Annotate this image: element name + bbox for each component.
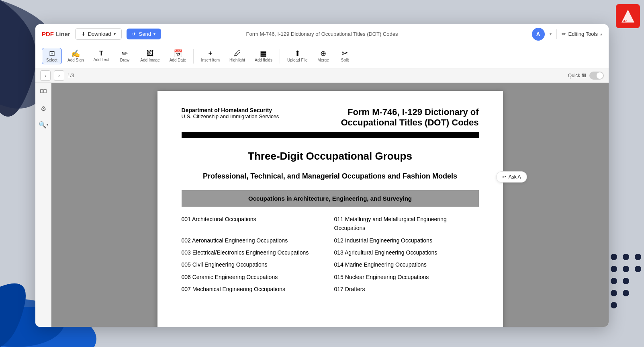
svg-point-11 — [623, 290, 629, 296]
add-sign-label: Add Sign — [67, 58, 84, 62]
form-title: Form M-746, I-129 Dictionary of Occupati… — [310, 107, 479, 128]
select-tool[interactable]: ⊡ Select — [42, 48, 62, 64]
occ-item-002: 002 Aeronautical Engineering Occupations — [182, 236, 326, 245]
upload-file-tool[interactable]: ⬆ Upload File — [283, 48, 312, 64]
pdf-page: Department of Homeland Security U.S. Cit… — [157, 91, 503, 327]
highlight-tool[interactable]: 🖊 Highlight — [225, 48, 249, 64]
dept-name: Department of Homeland Security — [182, 107, 279, 113]
split-icon: ✂ — [342, 50, 348, 57]
send-button[interactable]: ✈ Send ▾ — [127, 29, 161, 39]
add-date-icon: 📅 — [174, 50, 182, 57]
toolbar-divider-1 — [193, 49, 194, 64]
occ-item-014: 014 Marine Engineering Occupations — [334, 260, 479, 269]
occ-item-015: 015 Nuclear Engineering Occupations — [334, 273, 479, 281]
nav-forward-button[interactable]: › — [54, 70, 64, 81]
department-info: Department of Homeland Security U.S. Cit… — [182, 107, 279, 119]
download-chevron-icon: ▾ — [114, 32, 116, 36]
draw-tool[interactable]: ✏ Draw — [114, 48, 135, 64]
upload-file-icon: ⬆ — [294, 50, 301, 57]
split-label: Split — [341, 58, 349, 62]
add-image-label: Add Image — [140, 58, 159, 62]
occ-item-006: 006 Ceramic Engineering Occupations — [182, 273, 326, 281]
page-indicator: 1/3 — [67, 73, 74, 78]
right-decoration — [608, 249, 644, 315]
toolbar-divider-2 — [280, 49, 280, 64]
title-bar: PDFLiner ⬇ Download ▾ ✈ Send ▾ Form M-74… — [35, 24, 609, 44]
add-text-icon: T — [99, 50, 103, 57]
quick-fill-area: Quick fill — [568, 72, 604, 80]
add-text-tool[interactable]: T Add Text — [90, 49, 113, 64]
svg-point-8 — [611, 278, 617, 284]
select-icon: ⊡ — [49, 50, 55, 57]
merge-tool[interactable]: ⊕ Merge — [313, 48, 333, 64]
svg-point-9 — [623, 278, 629, 284]
dept-sub: U.S. Citizenship and Immigration Service… — [182, 113, 279, 119]
svg-rect-15 — [41, 90, 43, 93]
main-toolbar: ⊡ Select ✍ Add Sign T Add Text ✏ Draw 🖼 … — [35, 44, 609, 68]
svg-point-7 — [635, 266, 641, 272]
title-bar-right: A ▾ ✏ Editing Tools ▴ — [532, 28, 602, 41]
document-subtitle: Professional, Technical, and Managerial … — [182, 172, 479, 181]
secondary-nav-bar: ‹ › 1/3 Quick fill — [35, 68, 609, 83]
adobe-icon: Ac — [616, 4, 640, 28]
sidebar-thumbnail-icon[interactable] — [37, 86, 50, 99]
ask-label: Ask A — [509, 174, 521, 180]
occ-item-005: 005 Civil Engineering Occupations — [182, 260, 326, 269]
insert-item-tool[interactable]: + Insert item — [197, 48, 224, 64]
add-text-label: Add Text — [94, 57, 109, 62]
section-header: Occupations in Architecture, Engineering… — [182, 190, 479, 207]
download-label: Download — [88, 31, 111, 37]
svg-point-5 — [611, 266, 617, 272]
split-tool[interactable]: ✂ Split — [335, 48, 355, 64]
avatar-label: A — [536, 31, 540, 37]
occ-item-017: 017 Drafters — [334, 285, 479, 294]
download-button[interactable]: ⬇ Download ▾ — [75, 28, 122, 40]
svg-point-4 — [635, 254, 641, 260]
add-image-tool[interactable]: 🖼 Add Image — [136, 48, 164, 64]
svg-point-6 — [623, 266, 629, 272]
insert-item-icon: + — [208, 50, 213, 57]
svg-point-3 — [623, 254, 629, 260]
user-avatar[interactable]: A — [532, 28, 545, 41]
send-icon: ✈ — [132, 31, 137, 37]
occ-item-007: 007 Mechanical Engineering Occupations — [182, 285, 326, 294]
add-date-label: Add Date — [170, 58, 186, 62]
highlight-icon: 🖊 — [234, 50, 241, 57]
nav-back-button[interactable]: ‹ — [40, 70, 51, 81]
add-fields-tool[interactable]: ▦ Add fields — [251, 48, 276, 64]
content-area: ⚙ 🔍 ▾ Department of Homeland Security U.… — [35, 83, 609, 327]
logo-liner-part: Liner — [55, 31, 70, 37]
logo-pdf-part: PDF — [42, 31, 54, 37]
select-label: Select — [46, 58, 57, 62]
add-sign-tool[interactable]: ✍ Add Sign — [63, 48, 88, 64]
editing-tools-button[interactable]: ✏ Editing Tools ▴ — [562, 31, 602, 37]
occupations-grid: 001 Architectural Occupations 011 Metall… — [182, 215, 479, 294]
ask-icon: ↩ — [502, 174, 506, 180]
sidebar-settings-icon[interactable]: ⚙ — [37, 102, 50, 115]
download-icon: ⬇ — [81, 31, 86, 37]
ask-button[interactable]: ↩ Ask A — [496, 171, 527, 183]
editing-tools-icon: ✏ — [562, 31, 566, 37]
app-logo: PDFLiner — [42, 31, 70, 37]
document-title: Form M-746, I-129 Dictionary of Occupati… — [246, 31, 398, 37]
occ-item-012: 012 Industrial Engineering Occupations — [334, 236, 479, 245]
add-date-tool[interactable]: 📅 Add Date — [166, 48, 190, 64]
quick-fill-label: Quick fill — [568, 73, 586, 78]
sidebar-search-icon[interactable]: 🔍 ▾ — [37, 118, 50, 131]
editing-tools-label: Editing Tools — [568, 31, 598, 37]
insert-item-label: Insert item — [201, 58, 220, 62]
svg-point-2 — [611, 254, 617, 260]
add-fields-label: Add fields — [255, 58, 272, 62]
add-fields-icon: ▦ — [260, 50, 267, 57]
svg-point-12 — [611, 302, 617, 308]
quick-fill-toggle[interactable] — [589, 72, 604, 80]
merge-icon: ⊕ — [320, 50, 326, 57]
left-sidebar: ⚙ 🔍 ▾ — [35, 83, 51, 327]
draw-label: Draw — [120, 58, 129, 62]
pdf-viewer-window: PDFLiner ⬇ Download ▾ ✈ Send ▾ Form M-74… — [35, 24, 609, 327]
svg-point-10 — [611, 290, 617, 296]
send-label: Send — [139, 31, 151, 37]
avatar-chevron-icon: ▾ — [550, 32, 552, 36]
occ-item-013: 013 Agricultural Engineering Occupations — [334, 248, 479, 257]
send-chevron-icon: ▾ — [153, 32, 155, 36]
